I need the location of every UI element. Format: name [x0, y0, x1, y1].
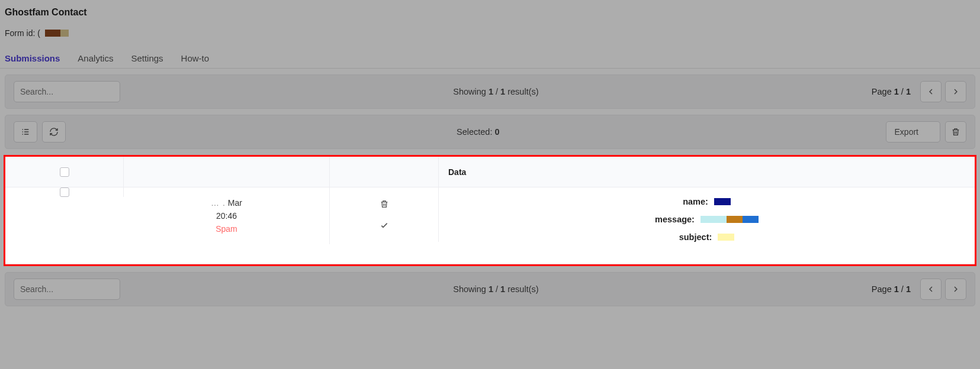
arrow-right-icon [951, 87, 960, 96]
export-button[interactable]: Export [886, 121, 940, 143]
row-select-checkbox[interactable] [60, 187, 69, 197]
arrow-left-icon [926, 284, 936, 294]
showing-current: 1 [489, 87, 493, 96]
selected-count: Selected: 0 [70, 127, 886, 137]
page-prefix: Page [872, 87, 894, 96]
showing-sep: / [493, 87, 500, 96]
export-label: Export [895, 127, 918, 137]
select-all-checkbox[interactable] [60, 167, 69, 177]
table-header: Data [5, 157, 975, 187]
showing-prefix-b: Showing [453, 284, 489, 294]
page-current-b: 1 [894, 284, 899, 294]
search-input-bottom[interactable] [14, 279, 120, 300]
row-delete-button[interactable] [378, 198, 390, 210]
showing-suffix: result(s) [505, 87, 538, 96]
selected-count-value: 0 [494, 127, 499, 137]
data-field-subject: subject: [679, 232, 735, 242]
tab-analytics[interactable]: Analytics [78, 53, 113, 63]
toolbar-top: Showing 1 / 1 result(s) Page 1 / 1 [5, 75, 975, 109]
results-count-top: Showing 1 / 1 result(s) [120, 87, 872, 96]
results-count-bottom: Showing 1 / 1 result(s) [120, 284, 872, 294]
trash-icon [951, 127, 960, 137]
arrow-left-icon [926, 87, 936, 96]
search-input-top[interactable] [14, 81, 120, 102]
page-sep: / [899, 87, 906, 96]
next-page-button-top[interactable] [945, 81, 966, 102]
arrow-right-icon [951, 284, 960, 294]
date-prefix: … . [211, 198, 226, 208]
page-prefix-b: Page [872, 284, 894, 294]
showing-prefix: Showing [453, 87, 489, 96]
tabs: Submissions Analytics Settings How-to [0, 53, 980, 69]
showing-total: 1 [500, 87, 505, 96]
tab-howto[interactable]: How-to [181, 53, 210, 63]
page-total-b: 1 [906, 284, 911, 294]
form-id-row: Form id: ( [5, 28, 975, 38]
page-total: 1 [906, 87, 911, 96]
data-field-name: name: [683, 197, 731, 206]
row-time: 20:46 [216, 211, 237, 221]
page-indicator-bottom: Page 1 / 1 [872, 284, 911, 294]
name-key: name: [683, 197, 708, 206]
tab-submissions[interactable]: Submissions [5, 53, 60, 63]
check-icon [380, 221, 389, 230]
toolbar-selection: Selected: 0 Export [5, 115, 975, 149]
prev-page-button-bottom[interactable] [920, 279, 942, 300]
refresh-button[interactable] [42, 121, 66, 143]
row-approve-button[interactable] [378, 219, 390, 231]
showing-current-b: 1 [489, 284, 493, 294]
data-field-message: message: [655, 215, 759, 224]
prev-page-button-top[interactable] [920, 81, 942, 102]
toolbar-bottom: Showing 1 / 1 result(s) Page 1 / 1 [5, 272, 975, 306]
date-column-header [124, 157, 330, 187]
delete-selected-button[interactable] [945, 121, 966, 143]
page-title: Ghostfam Contact [5, 7, 975, 18]
tab-settings[interactable]: Settings [131, 53, 163, 63]
table-row: … .Mar 20:46 Spam name: message: subje [5, 187, 975, 264]
subject-key: subject: [679, 232, 712, 242]
name-value-redacted [714, 198, 731, 205]
form-id-label: Form id: ( [5, 28, 40, 38]
spam-badge: Spam [216, 224, 237, 234]
trash-icon [380, 199, 389, 209]
chevron-down-icon [922, 127, 931, 137]
actions-column-header [330, 157, 439, 187]
refresh-icon [49, 127, 59, 137]
list-icon [21, 127, 30, 137]
submissions-table: Data … .Mar 20:46 Spam name: [4, 155, 976, 266]
form-id-redacted [45, 30, 69, 37]
next-page-button-bottom[interactable] [945, 279, 966, 300]
showing-total-b: 1 [500, 284, 505, 294]
page-current: 1 [894, 87, 899, 96]
subject-value-redacted [718, 234, 734, 241]
date-month: Mar [228, 198, 242, 208]
data-column-header: Data [439, 157, 975, 187]
message-key: message: [655, 215, 695, 224]
selected-label: Selected: [457, 127, 495, 137]
page-indicator-top: Page 1 / 1 [872, 87, 911, 96]
showing-suffix-b: result(s) [505, 284, 538, 294]
list-view-button[interactable] [14, 121, 37, 143]
page-sep-b: / [899, 284, 906, 294]
row-date: … .Mar [211, 198, 242, 208]
message-value-redacted [701, 216, 759, 223]
showing-sep-b: / [493, 284, 500, 294]
